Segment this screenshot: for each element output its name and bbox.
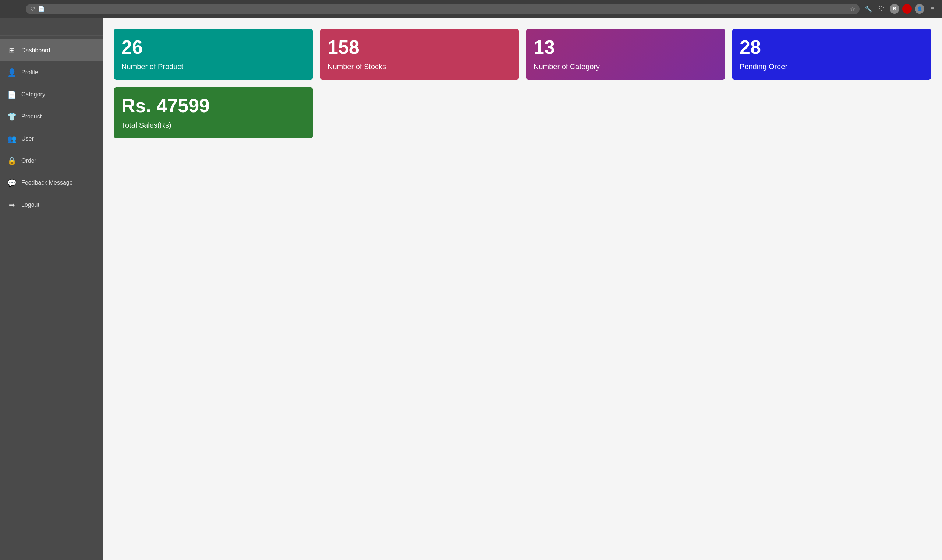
sidebar-item-logout[interactable]: ➡ Logout bbox=[0, 194, 103, 216]
stat-card-categories[interactable]: 13 Number of Category bbox=[526, 29, 725, 80]
profile-r-avatar[interactable]: R bbox=[890, 4, 899, 14]
sidebar-item-profile[interactable]: 👤 Profile bbox=[0, 62, 103, 83]
stat-number-products: 26 bbox=[122, 37, 305, 57]
stat-card-stocks[interactable]: 158 Number of Stocks bbox=[320, 29, 519, 80]
address-bar[interactable]: 🛡 📄 ☆ bbox=[26, 4, 860, 14]
bottom-row: Rs. 47599 Total Sales(Rs) bbox=[114, 87, 931, 138]
sidebar-nav: ⊞ Dashboard 👤 Profile 📄 Category 👕 Produ… bbox=[0, 36, 103, 560]
stat-label-categories: Number of Category bbox=[534, 63, 717, 71]
stat-label-pending-orders: Pending Order bbox=[740, 63, 924, 71]
nav-buttons bbox=[5, 8, 22, 10]
sidebar-label-logout: Logout bbox=[22, 202, 39, 208]
stat-number-total-sales: Rs. 47599 bbox=[122, 96, 305, 115]
back-button[interactable] bbox=[5, 8, 9, 10]
sidebar-label-user: User bbox=[22, 135, 34, 142]
sidebar-label-profile: Profile bbox=[22, 69, 38, 76]
stat-label-products: Number of Product bbox=[122, 63, 305, 71]
sidebar-label-product: Product bbox=[22, 113, 42, 120]
sidebar-item-category[interactable]: 📄 Category bbox=[0, 83, 103, 106]
stat-label-total-sales: Total Sales(Rs) bbox=[122, 121, 305, 129]
main-content: 26 Number of Product 158 Number of Stock… bbox=[103, 18, 942, 560]
sidebar-label-category: Category bbox=[22, 91, 45, 98]
user-avatar[interactable]: 👤 bbox=[915, 4, 924, 14]
sidebar-item-user[interactable]: 👥 User bbox=[0, 128, 103, 150]
dashboard-icon: ⊞ bbox=[8, 46, 16, 55]
bookmark-icon[interactable]: ☆ bbox=[850, 6, 855, 12]
profile-icon: 👤 bbox=[8, 68, 16, 77]
stat-label-stocks: Number of Stocks bbox=[328, 63, 511, 71]
page-icon: 📄 bbox=[38, 6, 45, 12]
sidebar-brand bbox=[0, 18, 103, 36]
sidebar-item-dashboard[interactable]: ⊞ Dashboard bbox=[0, 39, 103, 62]
stat-number-stocks: 158 bbox=[328, 37, 511, 57]
stat-card-total-sales[interactable]: Rs. 47599 Total Sales(Rs) bbox=[114, 87, 313, 138]
reload-button[interactable] bbox=[18, 8, 22, 10]
shield-button[interactable]: 🛡 bbox=[876, 4, 887, 14]
category-icon: 📄 bbox=[8, 90, 16, 99]
browser-actions: 🔧 🛡 R ! 👤 ≡ bbox=[863, 4, 937, 14]
sidebar-label-feedback: Feedback Message bbox=[22, 180, 73, 186]
stats-grid: 26 Number of Product 158 Number of Stock… bbox=[114, 29, 931, 80]
stat-card-pending-orders[interactable]: 28 Pending Order bbox=[732, 29, 931, 80]
menu-button[interactable]: ≡ bbox=[927, 4, 937, 14]
sidebar-label-order: Order bbox=[22, 157, 37, 164]
sidebar: ⊞ Dashboard 👤 Profile 📄 Category 👕 Produ… bbox=[0, 18, 103, 560]
stat-number-categories: 13 bbox=[534, 37, 717, 57]
forward-button[interactable] bbox=[11, 8, 15, 10]
product-icon: 👕 bbox=[8, 112, 16, 121]
user-icon: 👥 bbox=[8, 134, 16, 143]
feedback-icon: 💬 bbox=[8, 178, 16, 187]
stat-number-pending-orders: 28 bbox=[740, 37, 924, 57]
sidebar-item-product[interactable]: 👕 Product bbox=[0, 106, 103, 128]
sidebar-label-dashboard: Dashboard bbox=[22, 47, 50, 54]
notification-badge[interactable]: ! bbox=[902, 4, 912, 14]
order-icon: 🔒 bbox=[8, 156, 16, 165]
stat-card-products[interactable]: 26 Number of Product bbox=[114, 29, 313, 80]
app-container: ⊞ Dashboard 👤 Profile 📄 Category 👕 Produ… bbox=[0, 18, 942, 560]
logout-icon: ➡ bbox=[8, 200, 16, 209]
tools-button[interactable]: 🔧 bbox=[863, 4, 874, 14]
sidebar-item-feedback[interactable]: 💬 Feedback Message bbox=[0, 172, 103, 194]
sidebar-item-order[interactable]: 🔒 Order bbox=[0, 150, 103, 172]
browser-chrome: 🛡 📄 ☆ 🔧 🛡 R ! 👤 ≡ bbox=[0, 0, 942, 18]
shield-icon: 🛡 bbox=[30, 6, 35, 12]
